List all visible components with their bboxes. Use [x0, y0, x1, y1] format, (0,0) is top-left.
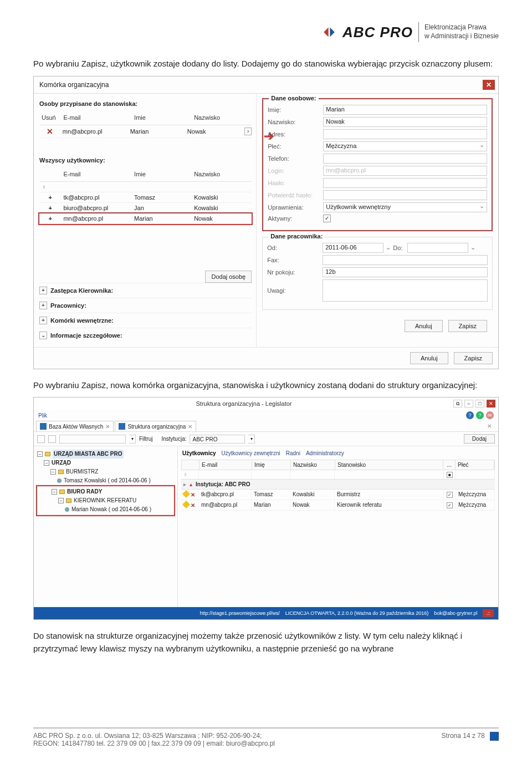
tree-node[interactable]: –URZĄD [37, 459, 174, 467]
add-button[interactable]: Dodaj [464, 434, 495, 444]
room-field[interactable]: 12b [323, 267, 488, 277]
tabs-close-all-icon[interactable]: ✕ [487, 423, 496, 429]
user-row[interactable]: + tk@abcpro.pl Tomasz Kowalski [39, 192, 252, 203]
tree-node[interactable]: Tomasz Kowalski ( od 2014-06-06 ) [37, 476, 174, 485]
expander-internal-cells[interactable]: + Komórki wewnętrzne: [39, 313, 252, 328]
status-indicator-icon: .:: [483, 609, 494, 617]
delete-icon[interactable]: ✕ [191, 502, 195, 508]
expander-workers[interactable]: + Pracownicy: [39, 298, 252, 313]
address-field[interactable] [323, 129, 487, 139]
tree-node[interactable]: –BURMISTRZ [37, 467, 174, 476]
gender-select[interactable]: Mężczyzna [323, 141, 487, 151]
doc-header: ABC PRO Elektronizacja Prawa w Administr… [33, 22, 499, 42]
toolbar-icon[interactable] [37, 435, 45, 443]
svg-marker-0 [324, 28, 328, 37]
edit-icon[interactable] [182, 490, 190, 498]
tree-node[interactable]: –BIURO RADY [38, 487, 173, 496]
user-row[interactable]: + biuro@abcpro.pl Jan Kowalski [39, 203, 252, 213]
fax-field[interactable] [323, 255, 488, 265]
dialog-title: Komórka organizacyjna [39, 81, 109, 89]
permissions-select[interactable]: Użytkownik wewnętrzny [323, 202, 487, 212]
minimize-icon[interactable]: – [464, 400, 473, 408]
toolbar-icon[interactable] [48, 435, 56, 443]
assigned-row[interactable]: ✕ mn@abcpro.pl Marian Nowak › [39, 125, 252, 138]
cancel-button[interactable]: Anuluj [405, 320, 443, 332]
doc-icon [40, 423, 47, 430]
date-to-field[interactable] [407, 243, 468, 253]
tree-node[interactable]: Marian Nowak ( od 2014-06-06 ) [38, 505, 173, 514]
status-bar: http://stage1.prawomiejscowe.pl/ws/ LICE… [34, 607, 498, 619]
mail-icon[interactable]: ✉ [486, 411, 494, 419]
dialog-window: Komórka organizacyjna ✕ Osoby przypisane… [33, 76, 499, 369]
add-icon[interactable]: + [39, 213, 61, 223]
folder-icon [66, 498, 71, 503]
tab-close-icon[interactable]: ✕ [105, 424, 110, 430]
assigned-header: Osoby przypisane do stanowiska: [39, 100, 252, 107]
close-icon[interactable]: ✕ [487, 400, 495, 408]
app-window: Struktura organizacyjna - Legislator ⧉ –… [33, 397, 499, 620]
grid-group-row[interactable]: ▸ ▴ Instytucja: ABC PRO [181, 480, 495, 490]
tab-close-icon[interactable]: ✕ [188, 424, 192, 430]
detail-arrow-icon[interactable]: › [244, 128, 252, 135]
tree-node[interactable]: –KIEROWNIK REFERATU [38, 496, 173, 505]
logo-tagline: Elektronizacja Prawa w Administracji i B… [424, 23, 499, 40]
filter-dropdown-icon[interactable]: ▾ [129, 435, 136, 444]
folder-icon [58, 470, 64, 474]
page-marker-icon [490, 732, 499, 741]
institution-select[interactable]: ABC PRO [190, 435, 245, 444]
remove-icon[interactable]: ✕ [39, 125, 60, 137]
filter-input[interactable] [59, 435, 126, 444]
institution-dropdown-icon[interactable]: ▾ [248, 435, 255, 444]
tab-baza[interactable]: Baza Aktów Własnych ✕ [36, 421, 114, 431]
cat-users[interactable]: Użytkownicy [182, 450, 216, 456]
firstname-field[interactable]: Marian [323, 105, 487, 115]
add-icon[interactable]: + [39, 192, 61, 202]
help-icon[interactable]: ? [466, 411, 474, 419]
row-checkbox[interactable]: ✓ [447, 492, 453, 498]
restore-icon[interactable]: ⧉ [453, 400, 462, 408]
tree-node[interactable]: –URZĄD MIASTA ABC PRO [37, 450, 174, 459]
notes-field[interactable] [323, 279, 488, 302]
doc-icon [119, 423, 125, 430]
delete-icon[interactable]: ✕ [191, 492, 195, 498]
grid-header: E-mail Imię Nazwisko Stanowisko ... Płeć [181, 460, 495, 470]
grid-row[interactable]: ✕ tk@abcpro.pl Tomasz Kowalski Burmistrz… [181, 490, 495, 500]
org-tree: –URZĄD MIASTA ABC PRO –URZĄD –BURMISTRZ … [34, 446, 178, 607]
grid-row[interactable]: ✕ mn@abcpro.pl Marian Nowak Kierownik re… [181, 500, 495, 511]
filter-checkbox[interactable]: ■ [447, 472, 453, 478]
plus-icon: + [39, 302, 47, 309]
grid-filter-row[interactable]: ♀ ■ [181, 470, 495, 480]
expander-deputy[interactable]: + Zastępca Kierownika: [39, 283, 252, 298]
window-controls: Struktura organizacyjna - Legislator ⧉ –… [34, 398, 498, 410]
save-button[interactable]: Zapisz [448, 320, 487, 332]
user-row-highlighted[interactable]: + mn@abcpro.pl Marian Nowak [39, 213, 252, 224]
logo-text: ABC PRO [342, 24, 413, 41]
info-icon[interactable]: ? [476, 411, 484, 419]
institution-label: Instytucja: [161, 436, 186, 442]
row-checkbox[interactable]: ✓ [447, 502, 453, 508]
lastname-field[interactable]: Nowak [323, 117, 487, 127]
filter-label: Filtruj [139, 436, 152, 442]
phone-field[interactable] [323, 154, 487, 164]
cat-admins[interactable]: Administratorzy [306, 450, 344, 456]
filter-row[interactable]: ♀ [39, 182, 252, 192]
dialog-save-button[interactable]: Zapisz [454, 352, 493, 364]
add-icon[interactable]: + [39, 203, 61, 213]
folder-icon [59, 490, 65, 494]
expander-details[interactable]: ⌄ Informacje szczegółowe: [39, 328, 252, 343]
dialog-cancel-button[interactable]: Anuluj [410, 352, 448, 364]
edit-icon[interactable] [182, 501, 190, 508]
users-grid-header: E-mail Imie Nazwisko [39, 167, 252, 182]
cat-external[interactable]: Użytkownicy zewnętrzni [222, 450, 280, 456]
active-checkbox[interactable]: ✓ [323, 215, 331, 222]
svg-marker-1 [330, 28, 334, 37]
cat-councillors[interactable]: Radni [286, 450, 300, 456]
user-category-tabs: Użytkownicy Użytkownicy zewnętrzni Radni… [181, 449, 495, 460]
add-person-button[interactable]: Dodaj osobę [205, 271, 252, 283]
close-icon[interactable]: ✕ [483, 80, 495, 90]
menu-file[interactable]: Plik [34, 411, 52, 420]
maximize-icon[interactable]: □ [475, 400, 484, 408]
page-number: Strona 14 z 78 [442, 732, 485, 740]
tab-structure[interactable]: Struktura organizacyjna ✕ [115, 421, 196, 431]
date-from-field[interactable]: 2011-06-06 [323, 243, 383, 253]
